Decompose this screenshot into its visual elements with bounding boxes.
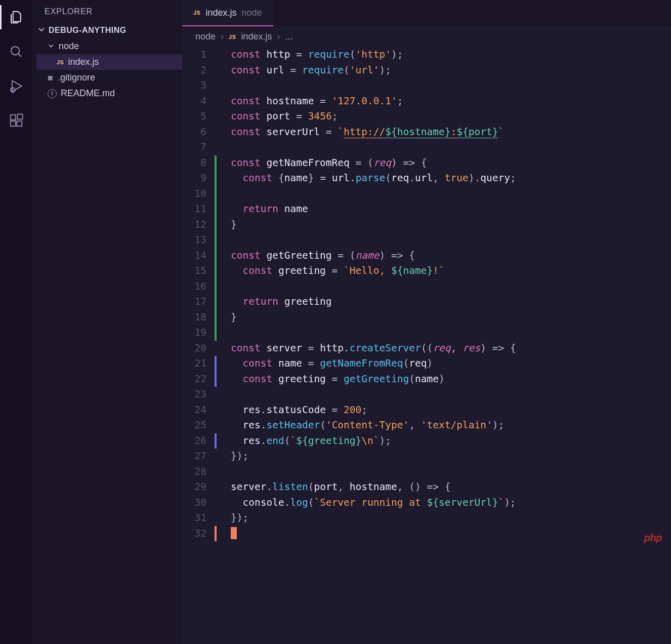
file-.gitignore[interactable]: ◆.gitignore bbox=[36, 70, 182, 86]
code-line[interactable]: server.listen(port, hostname, () => { bbox=[231, 479, 671, 495]
js-icon: JS bbox=[57, 59, 64, 65]
code-line[interactable]: return greeting bbox=[231, 294, 671, 310]
svg-line-5 bbox=[11, 88, 12, 88]
activity-extensions[interactable] bbox=[7, 111, 25, 130]
activity-explorer[interactable] bbox=[7, 8, 25, 26]
project-name: DEBUG-ANYTHING bbox=[49, 26, 127, 35]
breadcrumb-part[interactable]: index.js bbox=[241, 31, 272, 42]
svg-line-1 bbox=[18, 54, 21, 57]
file-README.md[interactable]: iREADME.md bbox=[36, 86, 182, 101]
line-number: 19 bbox=[182, 325, 206, 341]
svg-rect-8 bbox=[11, 121, 16, 126]
code-editor[interactable]: 1234567891011121314151617181920212223242… bbox=[182, 47, 671, 644]
code-line[interactable] bbox=[231, 78, 671, 94]
code-content[interactable]: const http = require('http');const url =… bbox=[218, 47, 671, 644]
tree-item-label: node bbox=[59, 41, 79, 52]
line-number: 25 bbox=[182, 418, 206, 433]
line-number: 30 bbox=[182, 495, 206, 511]
sidebar-title: EXPLORER bbox=[32, 0, 182, 22]
line-number: 20 bbox=[182, 341, 206, 356]
line-number: 4 bbox=[182, 94, 206, 109]
svg-rect-9 bbox=[17, 121, 22, 126]
tab-bar: JS index.js node bbox=[182, 0, 671, 26]
breadcrumb-part[interactable]: node bbox=[195, 31, 216, 42]
files-icon bbox=[9, 10, 24, 25]
line-number: 5 bbox=[182, 109, 206, 125]
svg-point-0 bbox=[11, 47, 19, 55]
info-icon: i bbox=[48, 89, 57, 98]
code-line[interactable] bbox=[231, 526, 671, 542]
tree-item-label: README.md bbox=[61, 88, 115, 99]
tab-index-js[interactable]: JS index.js node bbox=[182, 0, 273, 26]
code-line[interactable]: return name bbox=[231, 202, 671, 217]
breadcrumb-separator: › bbox=[277, 31, 280, 42]
code-line[interactable]: const greeting = getGreeting(name) bbox=[231, 372, 671, 387]
line-number: 28 bbox=[182, 464, 206, 480]
code-line[interactable]: const {name} = url.parse(req.url, true).… bbox=[231, 171, 671, 186]
change-mark bbox=[215, 356, 217, 387]
code-line[interactable]: }); bbox=[231, 510, 671, 526]
svg-line-6 bbox=[14, 88, 15, 88]
code-line[interactable] bbox=[231, 140, 671, 155]
line-number: 23 bbox=[182, 387, 206, 402]
run-debug-icon bbox=[8, 78, 24, 94]
line-number-gutter: 1234567891011121314151617181920212223242… bbox=[182, 47, 215, 644]
code-line[interactable] bbox=[231, 387, 671, 402]
editor-area: JS index.js node node›JSindex.js›... 123… bbox=[182, 0, 671, 644]
breadcrumb-part[interactable]: ... bbox=[285, 31, 293, 42]
code-line[interactable]: const serverUrl = `http://${hostname}:${… bbox=[231, 125, 671, 140]
line-number: 15 bbox=[182, 263, 206, 279]
folder-node[interactable]: node bbox=[36, 38, 182, 54]
code-line[interactable]: const getNameFromReq = (req) => { bbox=[231, 155, 671, 171]
line-number: 11 bbox=[182, 202, 206, 217]
activity-bar bbox=[0, 0, 32, 644]
code-line[interactable] bbox=[231, 464, 671, 480]
code-line[interactable] bbox=[231, 232, 671, 248]
line-number: 32 bbox=[182, 526, 206, 542]
line-number: 10 bbox=[182, 186, 206, 202]
search-icon bbox=[9, 44, 24, 59]
code-line[interactable]: res.statusCode = 200; bbox=[231, 402, 671, 418]
tab-filename: index.js bbox=[205, 8, 236, 18]
code-line[interactable]: }); bbox=[231, 449, 671, 464]
activity-run-debug[interactable] bbox=[7, 77, 25, 95]
code-line[interactable] bbox=[231, 279, 671, 295]
code-line[interactable] bbox=[231, 186, 671, 202]
file-index.js[interactable]: JSindex.js bbox=[36, 54, 182, 70]
code-line[interactable]: } bbox=[231, 310, 671, 326]
file-tree: nodeJSindex.js◆.gitignoreiREADME.md bbox=[32, 38, 182, 101]
line-number: 29 bbox=[182, 479, 206, 495]
tab-directory: node bbox=[242, 8, 262, 18]
breadcrumb[interactable]: node›JSindex.js›... bbox=[182, 26, 671, 47]
code-line[interactable]: const http = require('http'); bbox=[231, 47, 671, 63]
code-line[interactable]: const server = http.createServer((req, r… bbox=[231, 341, 671, 356]
explorer-sidebar: EXPLORER DEBUG-ANYTHING nodeJSindex.js◆.… bbox=[32, 0, 182, 644]
code-line[interactable]: res.end(`${greeting}\n`); bbox=[231, 433, 671, 449]
line-number: 22 bbox=[182, 372, 206, 387]
code-line[interactable]: const hostname = '127.0.0.1'; bbox=[231, 94, 671, 109]
watermark-text: php bbox=[644, 532, 662, 544]
code-line[interactable]: const getGreeting = (name) => { bbox=[231, 248, 671, 264]
line-number: 2 bbox=[182, 63, 206, 78]
change-mark bbox=[215, 155, 217, 341]
line-number: 7 bbox=[182, 140, 206, 155]
code-line[interactable] bbox=[231, 325, 671, 341]
code-line[interactable]: res.setHeader('Content-Type', 'text/plai… bbox=[231, 418, 671, 433]
change-mark bbox=[215, 433, 217, 449]
line-number: 24 bbox=[182, 402, 206, 418]
svg-rect-10 bbox=[18, 114, 23, 119]
line-number: 26 bbox=[182, 433, 206, 449]
line-number: 18 bbox=[182, 310, 206, 326]
code-line[interactable]: } bbox=[231, 217, 671, 233]
code-line[interactable]: const name = getNameFromReq(req) bbox=[231, 356, 671, 372]
code-line[interactable]: const port = 3456; bbox=[231, 109, 671, 125]
project-header[interactable]: DEBUG-ANYTHING bbox=[32, 22, 182, 38]
code-line[interactable]: const greeting = `Hello, ${name}!` bbox=[231, 263, 671, 279]
code-line[interactable]: console.log(`Server running at ${serverU… bbox=[231, 495, 671, 511]
line-number: 16 bbox=[182, 279, 206, 295]
code-line[interactable]: const url = require('url'); bbox=[231, 63, 671, 78]
line-number: 27 bbox=[182, 449, 206, 464]
activity-search[interactable] bbox=[7, 43, 25, 61]
line-number: 21 bbox=[182, 356, 206, 372]
line-number: 8 bbox=[182, 155, 206, 171]
